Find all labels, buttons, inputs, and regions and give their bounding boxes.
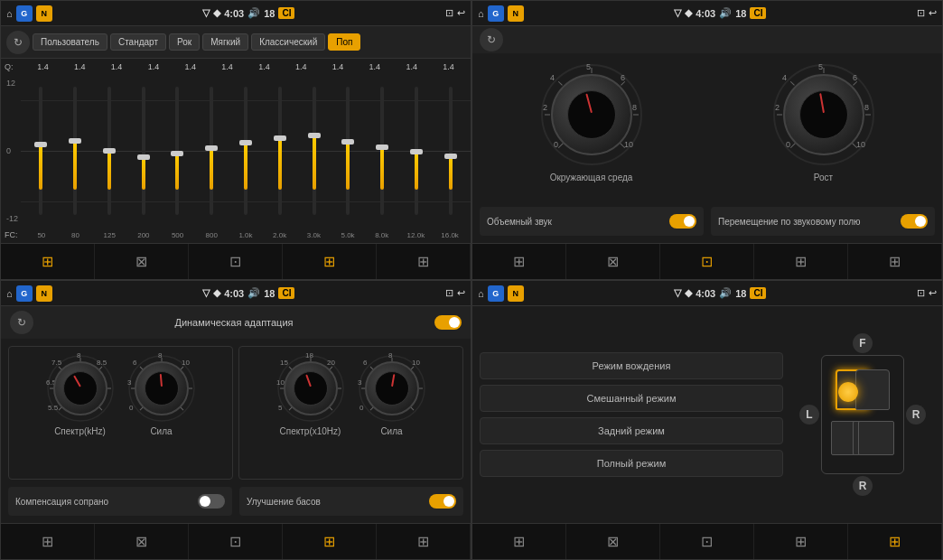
dsp-tab-eq[interactable]: ⊞: [472, 244, 566, 279]
back-icon[interactable]: ↩: [457, 7, 465, 19]
toggle-soprano-switch[interactable]: [198, 494, 225, 509]
sp-status-left: ⌂ G N: [478, 285, 524, 302]
preset-pop[interactable]: Поп: [328, 33, 360, 51]
freq-9: 5.0k: [331, 231, 365, 239]
eq-channel-0[interactable]: [24, 75, 58, 227]
dsp-time-display: 4:03: [696, 8, 715, 19]
mode-rear[interactable]: Задний режим: [480, 417, 783, 444]
sp-tab-eq[interactable]: ⊞: [472, 524, 566, 559]
da-bottom-tabs: ⊞ ⊠ ⊡ ⊞ ⊞: [1, 523, 471, 559]
svg-text:3: 3: [127, 378, 132, 387]
svg-text:8.5: 8.5: [97, 359, 107, 367]
sp-tab-boost[interactable]: ⊞: [754, 524, 848, 559]
eq-q-values: 1.4 1.4 1.4 1.4 1.4 1.4 1.4 1.4 1.4 1.4 …: [24, 62, 467, 71]
sp-home-icon[interactable]: ⌂: [478, 288, 484, 299]
dsp-location-icon: ◆: [685, 7, 692, 19]
da-tab-cross[interactable]: ⊠: [95, 524, 189, 559]
dsp-home-icon[interactable]: ⌂: [478, 8, 484, 19]
da-tab-eq[interactable]: ⊞: [1, 524, 95, 559]
da-label-s2: Спектр(x10Hz): [280, 426, 341, 436]
eq-channel-1[interactable]: [59, 75, 92, 227]
toggle-field-switch[interactable]: [901, 214, 928, 229]
knob-growth: 0 2 4 5 6 8 10 Рост: [712, 61, 935, 200]
tab-speakers[interactable]: ⊞: [377, 244, 471, 279]
da-time-display: 4:03: [224, 288, 244, 299]
position-indicator-dot[interactable]: [838, 382, 858, 402]
volume-icon: 🔊: [247, 7, 260, 19]
eq-refresh-button[interactable]: ↻: [6, 31, 30, 54]
da-back-icon[interactable]: ↩: [457, 287, 465, 299]
eq-sliders-area: 12 0 -12: [1, 75, 471, 227]
eq-channel-12[interactable]: [434, 75, 467, 227]
eq-channel-5[interactable]: [195, 75, 229, 227]
svg-text:6: 6: [621, 73, 625, 82]
mode-full[interactable]: Полный режим: [480, 450, 783, 477]
window-icon[interactable]: ⊡: [445, 7, 453, 19]
mode-drive[interactable]: Режим вождения: [480, 352, 783, 379]
q-val-6: 1.4: [246, 62, 283, 71]
da-refresh-button[interactable]: ↻: [10, 311, 33, 334]
tab-crossover[interactable]: ⊠: [95, 244, 189, 279]
sp-tab-cross[interactable]: ⊠: [566, 524, 660, 559]
sp-tab-spk[interactable]: ⊞: [848, 524, 942, 559]
tab-boost[interactable]: ⊞: [283, 244, 377, 279]
toggle-bass-switch[interactable]: [429, 494, 456, 509]
dsp-refresh-button[interactable]: ↻: [480, 28, 503, 51]
app-icon-orange: N: [36, 5, 52, 22]
seat-front-right: [855, 369, 890, 410]
da-knob-body-s1[interactable]: [53, 361, 107, 415]
eq-panel: ⌂ G N ▽ ◆ 4:03 🔊 18 CI ⊡ ↩ ↻ Пользовател…: [0, 0, 472, 280]
dsp-back-icon[interactable]: ↩: [929, 7, 937, 19]
da-knob-body-s2[interactable]: [284, 361, 338, 415]
dsp-status-center: ▽ ◆ 4:03 🔊 18 CI: [674, 7, 766, 19]
home-icon[interactable]: ⌂: [6, 8, 13, 19]
preset-classic[interactable]: Классический: [251, 33, 325, 51]
mode-mixed[interactable]: Смешанный режим: [480, 385, 783, 412]
dsp-window-icon[interactable]: ⊡: [917, 7, 925, 19]
da-location-icon: ◆: [213, 287, 220, 299]
eq-channel-3[interactable]: [126, 75, 160, 227]
da-knob-body-f2[interactable]: [365, 361, 419, 415]
q-val-4: 1.4: [172, 62, 209, 71]
sp-window-icon[interactable]: ⊡: [917, 287, 925, 299]
dsp-tab-cross[interactable]: ⊠: [566, 244, 660, 279]
tab-volume[interactable]: ⊡: [189, 244, 283, 279]
tab-equalizer[interactable]: ⊞: [1, 244, 95, 279]
sp-back-icon[interactable]: ↩: [929, 287, 937, 299]
eq-channel-2[interactable]: [93, 75, 126, 227]
da-db-value: 18: [264, 288, 275, 299]
dsp-tab-boost[interactable]: ⊞: [754, 244, 848, 279]
da-home-icon[interactable]: ⌂: [6, 288, 13, 299]
preset-standard[interactable]: Стандарт: [110, 33, 166, 51]
da-tab-vol[interactable]: ⊡: [189, 524, 283, 559]
eq-channel-9[interactable]: [331, 75, 365, 227]
svg-text:6: 6: [363, 359, 368, 367]
car-diagram-box: [821, 355, 904, 474]
dsp-tab-spk[interactable]: ⊞: [848, 244, 942, 279]
knob-body-env[interactable]: [551, 74, 632, 155]
da-label-f2: Сила: [380, 426, 402, 436]
eq-channel-4[interactable]: [161, 75, 194, 227]
pos-label-right: R: [906, 405, 926, 425]
da-tab-spk[interactable]: ⊞: [377, 524, 471, 559]
toggle-surround-switch[interactable]: [669, 214, 696, 229]
eq-channel-11[interactable]: [399, 75, 433, 227]
da-knob-body-f1[interactable]: [135, 361, 189, 415]
preset-soft[interactable]: Мягкий: [202, 33, 248, 51]
da-window-icon[interactable]: ⊡: [445, 287, 453, 299]
eq-channel-7[interactable]: [263, 75, 296, 227]
eq-channel-8[interactable]: [297, 75, 331, 227]
da-label-s1: Спектр(kHz): [54, 426, 106, 436]
svg-text:5.5: 5.5: [48, 404, 59, 412]
sp-tab-vol[interactable]: ⊡: [660, 524, 754, 559]
da-tab-boost[interactable]: ⊞: [283, 524, 377, 559]
knob-body-growth[interactable]: [783, 74, 864, 155]
knob-environment: 0 2 4 5 6 8 10 Окружающая: [480, 61, 703, 200]
svg-line-3: [558, 81, 562, 85]
eq-channel-10[interactable]: [366, 75, 399, 227]
preset-rock[interactable]: Рок: [169, 33, 200, 51]
da-toggle-switch[interactable]: [434, 315, 462, 330]
eq-channel-6[interactable]: [229, 75, 263, 227]
dsp-tab-vol[interactable]: ⊡: [660, 244, 754, 279]
preset-user[interactable]: Пользователь: [33, 33, 107, 51]
